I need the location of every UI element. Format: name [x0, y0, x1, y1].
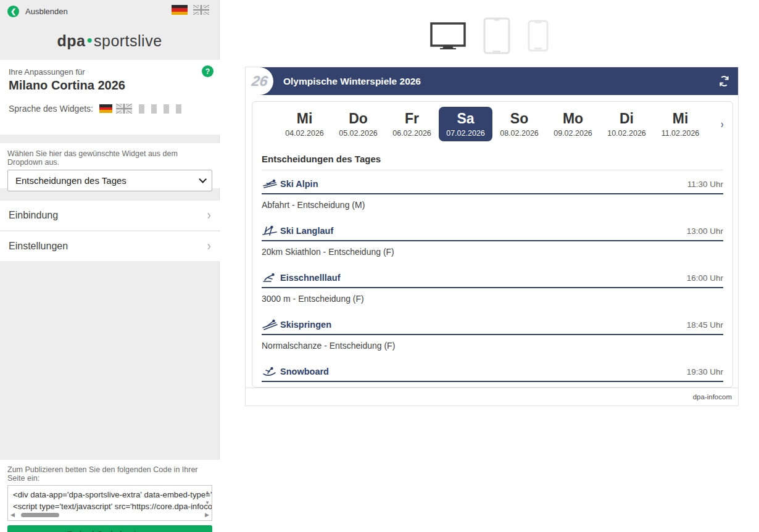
- widget-language-row: Sprache des Widgets:: [9, 104, 211, 114]
- skispringen-icon: [262, 319, 278, 330]
- event-row[interactable]: Snowboard 19:30 Uhr Big Air - Finale (M): [262, 358, 723, 388]
- sport-name: Ski Alpin: [280, 179, 318, 189]
- flag-placeholder-icon[interactable]: [176, 104, 181, 114]
- widget-footer: dpa-infocom: [246, 388, 738, 405]
- scroll-right-icon[interactable]: ▶: [205, 512, 209, 518]
- scrollbar-thumb[interactable]: [21, 513, 59, 517]
- embed-code-line: <script type='text/javascript' src='http…: [13, 501, 201, 512]
- phone-icon[interactable]: [528, 20, 549, 52]
- badge-text: 26: [251, 73, 268, 89]
- day-tab[interactable]: Fr 06.02.2026: [385, 107, 439, 141]
- day-date: 10.02.2026: [600, 129, 653, 138]
- flag-placeholder-icon[interactable]: [164, 104, 169, 114]
- event-description: 3000 m - Entscheidung (F): [262, 288, 723, 311]
- next-days-icon[interactable]: ›: [721, 117, 723, 131]
- day-tab[interactable]: Mi 04.02.2026: [278, 107, 331, 141]
- scroll-up-icon[interactable]: ▲: [205, 489, 210, 495]
- day-date: 08.02.2026: [492, 129, 546, 138]
- day-tab[interactable]: Mi 11.02.2026: [653, 107, 707, 141]
- event-time: 11:30 Uhr: [687, 180, 723, 189]
- flag-placeholder-icon[interactable]: [139, 104, 144, 114]
- help-icon[interactable]: ?: [202, 65, 214, 77]
- ui-language-switch: [172, 5, 209, 15]
- flag-uk-gray-icon[interactable]: [193, 5, 209, 15]
- tablet-icon[interactable]: [483, 17, 510, 54]
- embed-code-box[interactable]: <div data-app='dpa-sportslive-extra' dat…: [7, 485, 212, 521]
- widget-select-dropdown[interactable]: Entscheidungen des Tages: [7, 170, 212, 191]
- day-abbr: Do: [331, 111, 385, 127]
- chevron-left-icon: ❮: [7, 6, 19, 17]
- device-preview-switch: [430, 12, 554, 59]
- vertical-scrollbar[interactable]: ▲ ▼: [205, 489, 210, 505]
- day-abbr: Mi: [278, 111, 331, 127]
- day-tab[interactable]: Sa 07.02.2026: [439, 107, 492, 141]
- refresh-icon[interactable]: [718, 75, 731, 88]
- widget-preview-card: 26 Olympische Winterspiele 2026 Mi 04.02…: [245, 67, 739, 406]
- chevron-down-icon: [199, 175, 207, 183]
- hide-sidebar-button[interactable]: ❮ Ausblenden: [7, 6, 68, 17]
- event-time: 19:30 Uhr: [687, 367, 723, 376]
- widget-title: Olympische Winterspiele 2026: [283, 76, 421, 87]
- event-description: Normalschanze - Entscheidung (F): [262, 335, 723, 358]
- widget-language-label: Sprache des Widgets:: [9, 104, 93, 114]
- day-date: 05.02.2026: [331, 129, 385, 138]
- day-date: 06.02.2026: [385, 129, 439, 138]
- chevron-right-icon: ›: [207, 209, 210, 222]
- event-time: 18:45 Uhr: [687, 320, 723, 330]
- sport-row: Ski Alpin 11:30 Uhr: [262, 170, 723, 194]
- sport-row: Ski Langlauf 13:00 Uhr: [262, 217, 723, 241]
- day-abbr: Sa: [439, 111, 492, 127]
- widget-select-value: Entscheidungen des Tages: [15, 175, 199, 186]
- sport-row: Snowboard 19:30 Uhr: [262, 358, 723, 382]
- dpa-sportslive-logo: dpa•sportslive: [0, 31, 219, 50]
- day-abbr: Fr: [385, 111, 439, 127]
- snowboard-icon: [262, 366, 278, 377]
- day-tab[interactable]: Do 05.02.2026: [331, 107, 385, 141]
- event-row[interactable]: Ski Alpin 11:30 Uhr Abfahrt - Entscheidu…: [262, 170, 723, 217]
- day-date: 04.02.2026: [278, 129, 331, 138]
- embed-code-line: <div data-app='dpa-sportslive-extra' dat…: [13, 489, 201, 501]
- event-description: Abfahrt - Entscheidung (M): [262, 194, 723, 217]
- sport-name: Snowboard: [280, 367, 329, 376]
- customization-panel: ? Ihre Anpassungen für Milano Cortina 20…: [0, 60, 220, 135]
- day-tab[interactable]: Mo 09.02.2026: [546, 107, 600, 141]
- day-date: 11.02.2026: [653, 129, 707, 138]
- ski-langlauf-icon: [262, 225, 278, 236]
- flag-uk-gray-icon[interactable]: [116, 104, 132, 114]
- nav-label: Einstellungen: [9, 241, 207, 252]
- sidebar-header: ❮ Ausblenden dpa•sportslive: [0, 0, 219, 60]
- flag-germany-icon[interactable]: [99, 104, 112, 113]
- nav-label: Einbindung: [9, 210, 207, 221]
- flag-placeholder-icon[interactable]: [151, 104, 157, 114]
- section-title: Entscheidungen des Tages: [262, 154, 723, 164]
- event-row[interactable]: Ski Langlauf 13:00 Uhr 20km Skiathlon - …: [262, 217, 723, 264]
- event-row[interactable]: Skispringen 18:45 Uhr Normalschanze - En…: [262, 311, 723, 358]
- embed-panel: Zum Publizieren betten Sie den folgenden…: [0, 460, 220, 532]
- milano-cortina-logo: 26: [246, 67, 273, 95]
- sport-name: Ski Langlauf: [280, 226, 333, 236]
- sidebar-item-einstellungen[interactable]: Einstellungen ›: [0, 231, 220, 261]
- horizontal-scrollbar[interactable]: ◀ ▶: [10, 512, 209, 518]
- widget-select-panel: Wählen Sie hier das gewünschte Widget au…: [0, 143, 220, 188]
- day-date: 07.02.2026: [439, 129, 492, 138]
- page: ❮ Ausblenden dpa•sportslive ? Ihre Anpas…: [0, 0, 759, 532]
- sport-name: Eisschnelllauf: [280, 273, 341, 283]
- copy-embed-code-button[interactable]: Embed-Code kopieren: [7, 525, 212, 532]
- flag-germany-icon[interactable]: [172, 5, 188, 15]
- event-row[interactable]: Eisschnelllauf 16:00 Uhr 3000 m - Entsch…: [262, 264, 723, 311]
- logo-product: sportslive: [94, 32, 162, 49]
- event-list: Ski Alpin 11:30 Uhr Abfahrt - Entscheidu…: [262, 170, 723, 388]
- scroll-down-icon[interactable]: ▼: [205, 500, 210, 505]
- day-tab[interactable]: So 08.02.2026: [492, 107, 546, 141]
- desktop-icon[interactable]: [430, 22, 466, 49]
- day-tab[interactable]: Di 10.02.2026: [600, 107, 653, 141]
- ski-alpin-icon: [262, 178, 278, 189]
- scroll-left-icon[interactable]: ◀: [10, 512, 15, 518]
- provider-credit: dpa-infocom: [693, 393, 732, 401]
- sidebar: ❮ Ausblenden dpa•sportslive ? Ihre Anpas…: [0, 0, 220, 532]
- embed-label: Zum Publizieren betten Sie den folgenden…: [7, 465, 212, 483]
- logo-brand: dpa: [57, 32, 85, 49]
- page-title: Milano Cortina 2026: [9, 78, 211, 93]
- hide-sidebar-label: Ausblenden: [25, 7, 68, 16]
- sidebar-item-einbindung[interactable]: Einbindung ›: [0, 201, 220, 230]
